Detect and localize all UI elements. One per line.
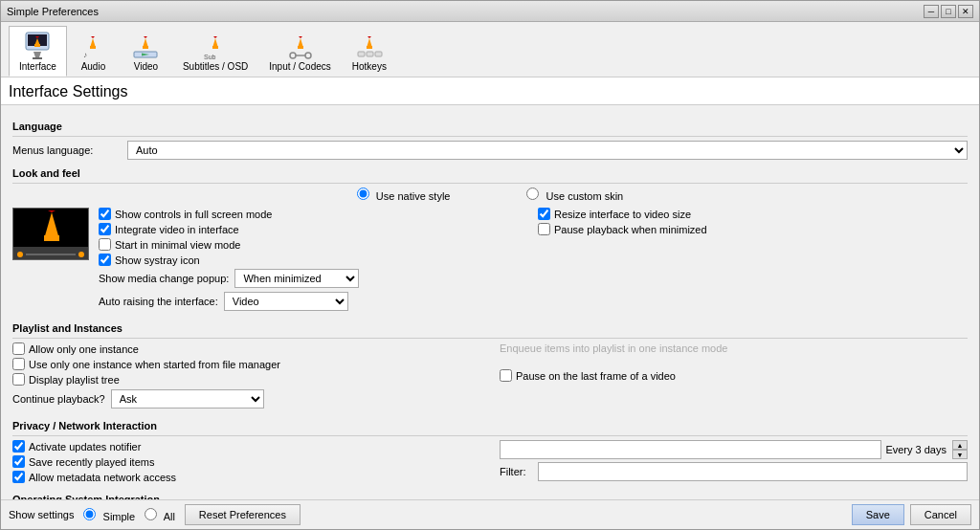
playlist-section-title: Playlist and Instances	[12, 322, 968, 334]
continue-row: Continue playback? Ask Yes No	[12, 389, 480, 409]
look-feel-divider	[12, 183, 968, 184]
every-days-row: Every 3 days ▲ ▼	[500, 440, 968, 459]
toolbar-item-subtitles[interactable]: Sub Subtitles / OSD	[172, 26, 258, 77]
svg-text:♪: ♪	[83, 51, 87, 59]
updates-notifier-label: Activate updates notifier	[29, 441, 141, 453]
pause-last-check[interactable]	[500, 369, 512, 382]
one-instance-label: Allow only one instance	[29, 343, 139, 355]
systray-check[interactable]	[99, 254, 111, 266]
bottom-bar: Show settings Simple All Reset Preferenc…	[1, 499, 979, 529]
svg-marker-9	[91, 36, 95, 38]
updates-notifier-check[interactable]	[12, 440, 25, 453]
fullscreen-controls-row: Show controls in full screen mode	[99, 208, 528, 220]
svg-text:Sub: Sub	[204, 54, 216, 60]
media-change-label: Show media change popup:	[99, 273, 229, 284]
menus-language-select[interactable]: Auto	[127, 141, 968, 160]
close-button[interactable]: ✕	[958, 5, 973, 18]
spinner-up-btn[interactable]: ▲	[952, 440, 968, 450]
maximize-button[interactable]: □	[941, 5, 956, 18]
fullscreen-controls-check[interactable]	[99, 208, 111, 220]
minimal-view-check[interactable]	[99, 238, 111, 251]
title-bar: Simple Preferences ─ □ ✕	[1, 1, 979, 22]
privacy-section-title: Privacy / Network Interaction	[12, 420, 968, 431]
page-title: Interface Settings	[1, 77, 979, 105]
native-style-label[interactable]: Use native style	[357, 188, 451, 202]
style-radio-group: Use native style Use custom skin	[12, 188, 968, 202]
toolbar-item-interface[interactable]: Interface	[9, 26, 67, 77]
simple-radio[interactable]	[83, 508, 96, 520]
reset-preferences-button[interactable]: Reset Preferences	[185, 504, 301, 525]
svg-rect-30	[367, 52, 373, 56]
resize-interface-row: Resize interface to video size	[538, 208, 968, 220]
auto-raising-select[interactable]: Video Never Always	[224, 292, 348, 311]
look-feel-left-checks: Show controls in full screen mode Integr…	[99, 208, 528, 315]
bottom-left: Show settings Simple All Reset Preferenc…	[9, 504, 301, 525]
svg-marker-32	[44, 212, 59, 239]
toolbar-label-audio: Audio	[81, 61, 106, 72]
toolbar-item-hotkeys[interactable]: Hotkeys	[342, 26, 397, 77]
updates-interval-input[interactable]	[500, 440, 881, 459]
one-instance-fm-row: Use only one instance when started from …	[12, 358, 480, 370]
pause-minimized-label: Pause playback when minimized	[554, 224, 707, 235]
all-radio[interactable]	[145, 508, 157, 520]
preview-cone-svg	[13, 209, 89, 247]
one-instance-row: Allow only one instance	[12, 342, 480, 355]
integrate-video-check[interactable]	[99, 223, 111, 235]
recently-played-check[interactable]	[12, 455, 25, 468]
continue-select[interactable]: Ask Yes No	[111, 389, 264, 409]
auto-raising-row: Auto raising the interface: Video Never …	[99, 292, 528, 311]
show-settings-label: Show settings	[9, 509, 74, 520]
toolbar-item-input[interactable]: Input / Codecs	[258, 26, 341, 77]
preview-controls	[13, 247, 88, 260]
playlist-tree-check[interactable]	[12, 373, 25, 386]
recently-played-label: Save recently played items	[29, 456, 154, 468]
every-days-label: Every 3 days	[885, 444, 947, 455]
preview-vol-dot	[78, 252, 84, 257]
toolbar-label-interface: Interface	[19, 61, 56, 72]
menus-language-label: Menus language:	[12, 144, 127, 156]
media-change-select[interactable]: Always When minimized Never	[234, 269, 359, 288]
custom-skin-radio[interactable]	[526, 188, 539, 200]
all-radio-label[interactable]: All	[145, 508, 175, 522]
spinner-area: Every 3 days ▲ ▼	[885, 440, 968, 459]
enqueue-label: Enqueue items into playlist in one insta…	[500, 342, 727, 354]
svg-point-23	[290, 53, 296, 58]
simple-radio-text: Simple	[103, 511, 136, 522]
language-divider	[12, 136, 968, 137]
preview-video-area	[13, 209, 88, 247]
metadata-access-label: Allow metadata network access	[29, 472, 176, 483]
privacy-right: Every 3 days ▲ ▼ Filter:	[500, 440, 968, 486]
svg-rect-27	[367, 46, 372, 49]
simple-radio-label[interactable]: Simple	[83, 508, 135, 522]
svg-rect-5	[34, 44, 40, 47]
toolbar-item-video[interactable]: Video	[120, 26, 172, 77]
save-button[interactable]: Save	[852, 504, 904, 525]
one-instance-fm-check[interactable]	[12, 358, 25, 370]
native-style-radio[interactable]	[357, 188, 369, 200]
filter-row: Filter:	[500, 462, 968, 481]
svg-marker-18	[213, 36, 217, 38]
metadata-access-check[interactable]	[12, 471, 25, 483]
one-instance-check[interactable]	[12, 342, 25, 355]
playlist-tree-label: Display playlist tree	[29, 374, 120, 386]
toolbar-item-audio[interactable]: ♪ Audio	[67, 26, 120, 77]
resize-interface-check[interactable]	[538, 208, 550, 220]
pause-minimized-check[interactable]	[538, 223, 550, 235]
enqueue-row: Enqueue items into playlist in one insta…	[500, 342, 968, 354]
all-radio-text: All	[164, 511, 175, 522]
spinner-down-btn[interactable]: ▼	[952, 450, 968, 459]
playlist-left: Allow only one instance Use only one ins…	[12, 342, 480, 412]
svg-marker-34	[48, 210, 56, 212]
svg-rect-12	[143, 46, 148, 49]
minimize-button[interactable]: ─	[924, 5, 939, 18]
resize-interface-label: Resize interface to video size	[554, 209, 691, 220]
custom-skin-label[interactable]: Use custom skin	[526, 188, 623, 202]
cancel-button[interactable]: Cancel	[910, 504, 971, 525]
filter-input[interactable]	[538, 462, 968, 481]
subtitles-icon: Sub	[200, 31, 231, 61]
svg-rect-31	[375, 52, 382, 56]
look-feel-right-checks: Resize interface to video size Pause pla…	[538, 208, 968, 238]
svg-marker-2	[33, 52, 41, 57]
toolbar: Interface ♪ Audio Video	[1, 22, 979, 77]
privacy-body: Activate updates notifier Save recently …	[12, 440, 968, 486]
